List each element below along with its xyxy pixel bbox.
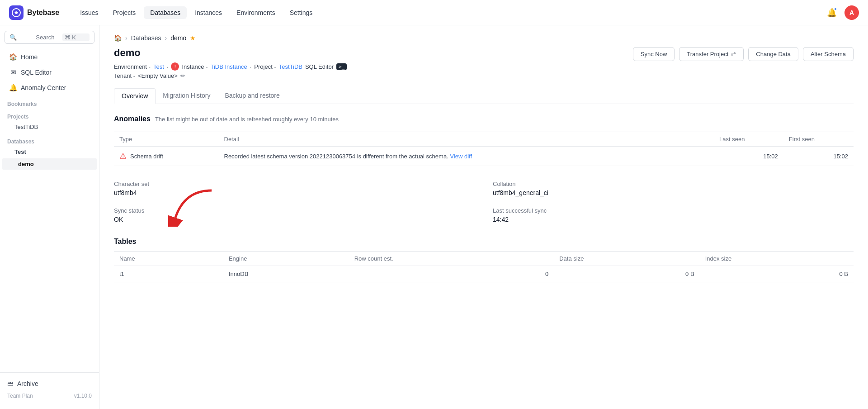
sync-status-label: Sync status — [114, 207, 475, 214]
sidebar-item-anomaly-center[interactable]: 🔔 Anomaly Center — [2, 81, 97, 95]
breadcrumb: 🏠 › Databases › demo ★ — [114, 34, 854, 42]
archive-icon: 🗃 — [7, 380, 14, 387]
char-set-prop: Character set utf8mb4 — [114, 181, 475, 196]
sync-status-value: OK — [114, 216, 475, 223]
sync-now-button[interactable]: Sync Now — [633, 47, 675, 61]
col-detail: Detail — [219, 132, 714, 147]
sidebar-item-sql-editor[interactable]: ✉ SQL Editor — [2, 65, 97, 80]
anomaly-center-icon: 🔔 — [9, 84, 17, 92]
breadcrumb-databases[interactable]: Databases — [131, 34, 161, 42]
search-label: Search — [36, 34, 58, 41]
sql-editor-btn[interactable]: >_ — [336, 63, 347, 70]
notification-dot — [834, 7, 837, 11]
nav-settings[interactable]: Settings — [283, 6, 319, 19]
home-icon: 🏠 — [9, 53, 17, 61]
archive-label: Archive — [17, 380, 38, 387]
project-label: Project - — [254, 63, 276, 70]
anomaly-detail-text: Recorded latest schema version 202212300… — [224, 153, 448, 160]
table-row: t1 InnoDB 0 0 B 0 B — [114, 266, 854, 282]
tab-backup-restore[interactable]: Backup and restore — [217, 88, 287, 104]
tab-migration-history[interactable]: Migration History — [156, 88, 217, 104]
instance-value[interactable]: TiDB Instance — [210, 63, 247, 70]
transfer-project-button[interactable]: Transfer Project ⇄ — [679, 47, 744, 61]
nav-databases[interactable]: Databases — [144, 6, 187, 19]
anomalies-subtitle: The list might be out of date and is ref… — [155, 116, 339, 123]
sidebar-archive[interactable]: 🗃 Archive — [7, 377, 92, 390]
tables-section: Tables Name Engine Row count est. Data s… — [114, 238, 854, 282]
breadcrumb-home-icon[interactable]: 🏠 — [114, 34, 122, 42]
top-nav: Bytebase Issues Projects Databases Insta… — [0, 0, 868, 25]
project-bullet: · — [250, 63, 252, 70]
table-data-size-cell: 0 B — [554, 266, 699, 282]
search-icon: 🔍 — [9, 34, 32, 41]
tables-col-row-count: Row count est. — [349, 252, 554, 266]
nav-items: Issues Projects Databases Instances Envi… — [74, 6, 825, 19]
anomaly-type-cell: ⚠ Schema drift — [114, 147, 219, 166]
sidebar-db-demo[interactable]: demo — [2, 158, 97, 170]
anomalies-table-header-row: Type Detail Last seen First seen — [114, 132, 854, 147]
env-value[interactable]: Test — [153, 63, 164, 70]
favorite-star-icon[interactable]: ★ — [190, 34, 196, 42]
view-diff-link[interactable]: View diff — [450, 153, 472, 160]
sidebar-home-label: Home — [21, 53, 38, 61]
breadcrumb-sep2: › — [165, 34, 167, 42]
col-type: Type — [114, 132, 219, 147]
meta-row-1: Environment - Test · ! Instance - TiDB I… — [114, 62, 347, 71]
sidebar-sql-editor-label: SQL Editor — [21, 69, 52, 76]
avatar[interactable]: A — [844, 5, 859, 20]
table-index-size-cell: 0 B — [700, 266, 854, 282]
page-title: demo — [114, 47, 347, 59]
change-data-button[interactable]: Change Data — [748, 47, 798, 61]
sidebar-projects-label: Projects — [0, 111, 99, 121]
nav-instances[interactable]: Instances — [189, 6, 228, 19]
logo[interactable]: Bytebase — [9, 5, 59, 20]
nav-environments[interactable]: Environments — [230, 6, 282, 19]
team-plan-label: Team Plan — [7, 393, 33, 399]
sidebar-project-testtidb[interactable]: TestTiDB — [2, 121, 97, 133]
tables-title: Tables — [114, 238, 854, 246]
sidebar-anomaly-label: Anomaly Center — [21, 84, 66, 91]
table-engine-cell: InnoDB — [223, 266, 349, 282]
nav-right: 🔔 A — [825, 5, 859, 20]
sidebar-bottom: 🗃 Archive Team Plan v1.10.0 — [0, 372, 99, 404]
body: 🔍 Search ⌘ K 🏠 Home ✉ SQL Editor 🔔 Anoma… — [0, 25, 868, 409]
tenant-label: Tenant - — [114, 72, 135, 79]
notification-button[interactable]: 🔔 — [825, 5, 839, 20]
tab-overview[interactable]: Overview — [114, 88, 156, 104]
transfer-project-label: Transfer Project — [687, 51, 728, 57]
edit-icon[interactable]: ✏ — [180, 72, 185, 79]
main-content: 🏠 › Databases › demo ★ demo Environment … — [99, 25, 868, 409]
sidebar-item-home[interactable]: 🏠 Home — [2, 50, 97, 64]
table-row-count-cell: 0 — [349, 266, 554, 282]
nav-issues[interactable]: Issues — [74, 6, 104, 19]
instance-icon: ! — [171, 62, 179, 71]
last-sync-value: 14:42 — [493, 216, 854, 223]
anomalies-table: Type Detail Last seen First seen ⚠ Schem… — [114, 132, 854, 166]
tables-col-name: Name — [114, 252, 223, 266]
search-box[interactable]: 🔍 Search ⌘ K — [5, 31, 94, 44]
last-sync-label: Last successful sync — [493, 207, 854, 214]
tabs: Overview Migration History Backup and re… — [114, 88, 854, 104]
sidebar: 🔍 Search ⌘ K 🏠 Home ✉ SQL Editor 🔔 Anoma… — [0, 25, 99, 409]
char-set-value: utf8mb4 — [114, 189, 475, 196]
anomaly-last-seen: 15:02 — [714, 147, 783, 166]
nav-projects[interactable]: Projects — [107, 6, 142, 19]
action-buttons: Sync Now Transfer Project ⇄ Change Data … — [633, 47, 854, 61]
alter-schema-button[interactable]: Alter Schema — [803, 47, 854, 61]
breadcrumb-sep1: › — [125, 34, 127, 42]
instance-label: Instance - — [182, 63, 208, 70]
logo-icon — [9, 5, 24, 20]
instance-bullet: · — [167, 63, 169, 70]
collation-label: Collation — [493, 181, 854, 187]
breadcrumb-current: demo — [170, 34, 186, 42]
properties-grid: Character set utf8mb4 Collation utf8mb4_… — [114, 181, 854, 223]
char-set-label: Character set — [114, 181, 475, 187]
tables-header-row: Name Engine Row count est. Data size Ind… — [114, 252, 854, 266]
sidebar-bookmarks-label: Bookmarks — [0, 98, 99, 108]
anomalies-title: Anomalies — [114, 115, 151, 123]
collation-value: utf8mb4_general_ci — [493, 189, 854, 196]
meta-row-2: Tenant - <Empty Value> ✏ — [114, 72, 347, 79]
page-header-left: demo Environment - Test · ! Instance - T… — [114, 47, 347, 81]
project-value[interactable]: TestTiDB — [279, 63, 302, 70]
collation-prop: Collation utf8mb4_general_ci — [493, 181, 854, 196]
